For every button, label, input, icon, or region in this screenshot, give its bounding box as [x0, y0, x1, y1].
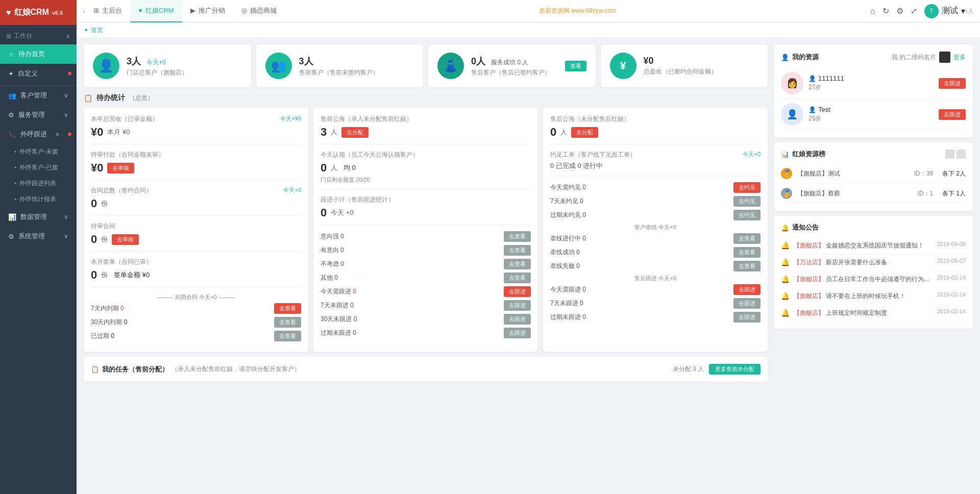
tab-promo[interactable]: ▶ 推广分销: [182, 0, 233, 22]
btn-goto-resource-0[interactable]: 去跟进: [939, 78, 966, 89]
tab-crm-icon: ♥: [138, 7, 142, 14]
card-post-sales-desc: 售后客户（售后已签约客户）: [471, 68, 558, 77]
notif-icon: 🔔: [781, 224, 789, 232]
card-post-sales-icon: 👗: [437, 53, 464, 79]
service-icon: ⚙: [8, 111, 14, 119]
card-pre-sales-desc: 售前客户（售前未签约客户）: [299, 68, 414, 77]
home-icon: ☆: [8, 51, 14, 58]
btn-view-expire30[interactable]: 去查看: [274, 317, 301, 328]
notif-bell-0: 🔔: [781, 241, 790, 250]
card-post-sales-check-btn[interactable]: 查看: [565, 61, 586, 71]
btn-postsales-followup-expired[interactable]: 去跟进: [733, 312, 761, 323]
qr-icon: [939, 52, 950, 63]
sidebar-sub-calls-called[interactable]: 外呼客户-已拨: [0, 160, 77, 176]
btn-match-success[interactable]: 去查看: [733, 247, 761, 258]
postsales-7days-followup: 7天未跟进 0 去跟进: [550, 298, 761, 309]
btn-view-intent-has[interactable]: 去查看: [504, 245, 531, 256]
notif-text-3: 【旗舰店】 请不要在上班的时候玩手机！: [794, 291, 933, 301]
btn-view-expired[interactable]: 去查看: [274, 331, 301, 341]
todo-appointment-orders: 约见工单（客户线下见面工单） 今天+0 0 已完成 0 进行中: [550, 151, 761, 176]
intent-other: 其他 0 去查看: [321, 273, 531, 283]
postsales-today-followup: 今天需跟进 0 去跟进: [550, 284, 761, 295]
user-area[interactable]: T 测试 ▾: [924, 4, 965, 18]
expire-30days: 30天内到期 0 去查看: [91, 317, 301, 328]
followup-30days: 30天未跟进 0 去跟进: [321, 314, 531, 325]
ranking-qr-2: [957, 150, 966, 159]
btn-appt-7days[interactable]: 去约见: [733, 196, 761, 207]
btn-match-ongoing[interactable]: 去查看: [733, 233, 761, 244]
home-nav-icon[interactable]: ⌂: [870, 7, 875, 16]
btn-view-intent-strong[interactable]: 去查看: [504, 231, 531, 242]
btn-goto-resource-1[interactable]: 去跟进: [939, 109, 966, 120]
breadcrumb-home[interactable]: 首页: [91, 26, 103, 35]
btn-assign-postsales[interactable]: 去分配: [571, 127, 598, 138]
tab-mall[interactable]: ◎ 婚恋商城: [233, 0, 285, 22]
system-icon: ⚙: [8, 233, 14, 240]
customers-chevron: ∨: [64, 92, 68, 99]
notif-text-1: 【万达店】 新店开张需要什么准备: [794, 258, 933, 267]
sidebar-item-custom[interactable]: ✦ 自定义: [0, 64, 77, 83]
btn-followup-today[interactable]: 去跟进: [504, 286, 531, 297]
btn-postsales-followup-7days[interactable]: 去跟进: [733, 298, 761, 309]
resource-name-0: 👤 1111111: [808, 75, 934, 82]
card-pre-sales-icon: 👥: [265, 53, 292, 79]
topnav-icons: ⌂ ↻ ⚙ ⤢ T 测试 ▾: [870, 4, 965, 18]
sidebar-item-service[interactable]: ⚙ 服务管理 ∨: [0, 105, 77, 125]
nav-collapse-arrow[interactable]: ∧: [968, 6, 974, 16]
btn-view-expire7[interactable]: 去查看: [274, 303, 301, 314]
my-resources-card: 👤 我的资源 我 的二维码名片: [774, 44, 973, 137]
resource-online-icon-1: 👤: [808, 106, 816, 113]
expire-today-line: ——— 到期合同 今天+0 ———: [91, 293, 301, 301]
sidebar-item-data[interactable]: 📊 数据管理 ∨: [0, 207, 77, 227]
sidebar-sub-calls-report[interactable]: 外呼统计报表: [0, 191, 77, 207]
btn-audit-payment[interactable]: 去审核: [107, 163, 134, 174]
tab-crm[interactable]: ♥ 红娘CRM: [130, 0, 182, 22]
rank-id-1: ID：1: [917, 189, 933, 198]
btn-followup-expired[interactable]: 去跟进: [504, 328, 531, 338]
sidebar-item-customers[interactable]: 👥 客户管理 ∨: [0, 85, 77, 105]
card-customers-icon: 👤: [93, 53, 119, 79]
card-pre-sales-main: 3人: [299, 55, 414, 67]
btn-audit-contract[interactable]: 去审核: [112, 234, 139, 245]
notif-date-0: 2019-06-08: [937, 241, 966, 247]
btn-followup-30days[interactable]: 去跟进: [504, 314, 531, 325]
btn-view-intent-other[interactable]: 去查看: [504, 273, 531, 283]
rank-name-1: 【旗舰店】蔡蔡: [797, 189, 912, 198]
sidebar-sub-calls-list[interactable]: 外呼跟进列表: [0, 176, 77, 191]
tasks-icon: 📋: [91, 365, 99, 373]
customers-label: 客户管理: [20, 91, 47, 100]
sidebar-item-home[interactable]: ☆ 待办首页: [0, 44, 77, 64]
workspace-label: 工作台: [14, 32, 32, 40]
fullscreen-icon[interactable]: ⤢: [911, 6, 917, 16]
my-resources-more: 我 的二维码名片: [892, 52, 966, 63]
tab-main-backend[interactable]: ⊞ 主后台: [85, 0, 130, 22]
intent-no: 不考虑 0 去查看: [321, 259, 531, 269]
workspace-icon: ⊞: [6, 33, 11, 40]
app-version: v6.6: [52, 10, 63, 16]
todo-section: 📋 待办统计 （总览） 本年总营收（已审金额） 今天+¥0: [84, 93, 768, 352]
btn-appt-today[interactable]: 去约见: [733, 182, 761, 193]
btn-match-failed[interactable]: 去查看: [733, 261, 761, 271]
sidebar-item-calls[interactable]: 📞 外呼跟进 ∧: [0, 125, 77, 144]
todo-postsales-pool: 售后公海（未分配售后红娘） 0人 去分配: [550, 115, 761, 144]
intent-has: 有意向 0 去查看: [321, 245, 531, 256]
btn-appt-expired[interactable]: 去约见: [733, 210, 761, 220]
user-dropdown-icon[interactable]: ▾: [961, 6, 965, 16]
my-tasks: 📋 我的任务（售前分配） （录入未分配售前红娘，请尽快分配开发客户） 未分配 3…: [84, 357, 768, 382]
btn-assign-presales[interactable]: 去分配: [341, 127, 369, 138]
followup-expired: 过期未跟进 0 去跟进: [321, 328, 531, 338]
btn-followup-7days[interactable]: 去跟进: [504, 300, 531, 311]
sidebar-sub-calls-notcalled[interactable]: 外呼客户-未拨: [0, 144, 77, 160]
settings-icon[interactable]: ⚙: [896, 6, 903, 16]
refresh-icon[interactable]: ↻: [883, 6, 889, 16]
tab-mall-label: 婚恋商城: [250, 6, 277, 15]
btn-postsales-followup-today[interactable]: 去跟进: [733, 284, 761, 295]
svg-rect-3: [946, 54, 948, 56]
btn-more-presales[interactable]: 更多售前未分配: [709, 364, 761, 375]
notif-date-1: 2019-06-07: [937, 258, 966, 264]
tab-promo-icon: ▶: [190, 7, 195, 14]
notif-item-3: 🔔 【旗舰店】 请不要在上班的时候玩手机！ 2019-02-14: [781, 288, 966, 305]
btn-view-intent-no[interactable]: 去查看: [504, 259, 531, 269]
workspace-chevron[interactable]: ∧: [66, 33, 70, 40]
sidebar-item-system[interactable]: ⚙ 系统管理 ∨: [0, 227, 77, 246]
